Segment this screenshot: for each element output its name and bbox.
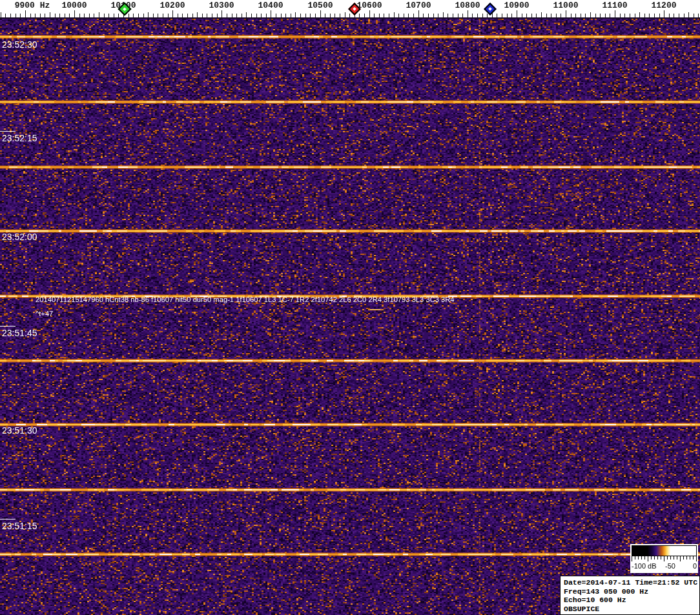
- freq-tick: [679, 14, 679, 17]
- freq-tick: [428, 14, 429, 17]
- freq-tick: [5, 14, 6, 17]
- freq-tick: [654, 14, 655, 17]
- freq-tick: [546, 14, 547, 17]
- freq-tick: [585, 14, 586, 17]
- freq-tick: [600, 14, 601, 17]
- freq-tick: [497, 14, 497, 17]
- freq-label: 11000: [553, 1, 578, 10]
- freq-tick: [364, 14, 365, 17]
- freq-tick: [172, 10, 173, 17]
- freq-tick: [630, 14, 630, 17]
- freq-tick: [408, 14, 409, 17]
- freq-tick: [453, 14, 453, 17]
- freq-tick: [674, 14, 674, 17]
- freq-tick: [448, 14, 448, 17]
- freq-tick: [423, 14, 424, 17]
- freq-tick: [639, 12, 640, 17]
- freq-tick: [649, 14, 650, 17]
- freq-tick: [659, 14, 660, 17]
- freq-tick: [345, 12, 345, 17]
- freq-tick: [468, 10, 468, 17]
- freq-tick: [325, 14, 325, 17]
- freq-tick: [566, 10, 566, 17]
- freq-tick: [30, 14, 31, 17]
- freq-tick: [644, 14, 645, 17]
- freq-tick: [462, 14, 463, 17]
- freq-tick: [295, 12, 296, 17]
- freq-tick: [340, 14, 340, 17]
- freq-tick: [556, 14, 557, 17]
- freq-tick: [158, 14, 158, 17]
- freq-tick: [143, 14, 144, 17]
- freq-tick: [458, 14, 458, 17]
- freq-tick: [276, 14, 276, 17]
- freq-tick: [163, 14, 163, 17]
- freq-tick: [84, 14, 85, 17]
- freq-tick: [438, 14, 438, 17]
- freq-tick: [669, 14, 670, 17]
- freq-tick: [418, 10, 419, 17]
- freq-label: 10400: [258, 1, 283, 10]
- freq-tick: [482, 14, 483, 17]
- freq-tick: [148, 12, 149, 17]
- freq-tick: [291, 14, 291, 17]
- freq-label: 11200: [651, 1, 676, 10]
- freq-tick: [511, 14, 512, 17]
- freq-tick: [118, 14, 119, 17]
- freq-tick: [379, 14, 380, 17]
- freq-tick: [522, 14, 522, 17]
- spectrogram-app: 9900 Hz100001010010200103001040010500106…: [0, 0, 700, 615]
- freq-tick: [45, 14, 45, 17]
- freq-tick: [541, 12, 542, 17]
- freq-tick: [69, 14, 70, 17]
- freq-tick: [251, 14, 252, 17]
- freq-tick: [153, 14, 154, 17]
- freq-tick: [315, 14, 316, 17]
- freq-tick: [310, 14, 311, 17]
- freq-tick: [261, 14, 262, 17]
- freq-tick: [59, 14, 60, 17]
- freq-tick: [232, 14, 232, 17]
- freq-tick: [40, 14, 41, 17]
- freq-tick: [433, 14, 434, 17]
- freq-label: 10900: [504, 1, 529, 10]
- freq-tick: [246, 12, 247, 17]
- spectrogram-canvas[interactable]: [0, 19, 700, 615]
- freq-tick: [266, 14, 267, 17]
- frequency-ruler: 9900 Hz100001010010200103001040010500106…: [0, 0, 700, 19]
- freq-tick: [300, 14, 301, 17]
- freq-tick: [271, 10, 271, 17]
- freq-tick: [178, 14, 178, 17]
- freq-label: 10200: [160, 1, 185, 10]
- freq-tick: [182, 14, 183, 17]
- freq-tick: [187, 14, 188, 17]
- freq-tick: [281, 14, 282, 17]
- freq-tick: [35, 14, 36, 17]
- freq-label: 10000: [61, 1, 87, 10]
- freq-label: 11100: [602, 1, 627, 10]
- freq-tick: [531, 14, 532, 17]
- freq-tick: [330, 14, 331, 17]
- freq-tick: [507, 14, 508, 17]
- freq-tick: [624, 14, 625, 17]
- freq-tick: [55, 14, 56, 17]
- freq-label: 10300: [209, 1, 234, 10]
- freq-tick: [398, 14, 399, 17]
- freq-label: 10800: [455, 1, 480, 10]
- freq-tick: [89, 14, 90, 17]
- freq-tick: [94, 14, 94, 17]
- freq-tick: [217, 14, 218, 17]
- freq-tick: [197, 12, 198, 17]
- freq-tick: [10, 14, 11, 17]
- freq-tick: [359, 14, 360, 17]
- freq-tick: [526, 14, 527, 17]
- freq-tick: [104, 14, 105, 17]
- freq-tick: [581, 14, 581, 17]
- freq-tick: [192, 14, 193, 17]
- freq-tick: [285, 14, 286, 17]
- freq-label: 10700: [406, 1, 431, 10]
- freq-tick: [575, 14, 576, 17]
- freq-tick: [50, 12, 50, 17]
- freq-tick: [349, 14, 350, 17]
- freq-tick: [114, 14, 114, 17]
